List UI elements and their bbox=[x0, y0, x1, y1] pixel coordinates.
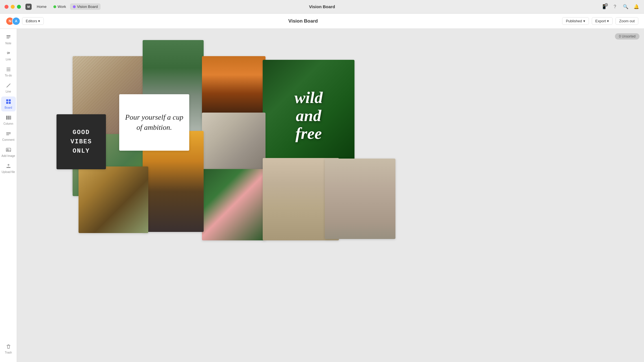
avatar-group: N A bbox=[6, 17, 20, 25]
sidebar-item-trash[interactable]: Trash bbox=[1, 341, 16, 356]
add-image-icon bbox=[6, 147, 11, 153]
board-item-silhouette[interactable] bbox=[202, 56, 266, 118]
svg-rect-3 bbox=[6, 68, 10, 68]
trash-icon bbox=[6, 344, 11, 350]
sidebar-item-comment[interactable]: Comment bbox=[1, 129, 16, 144]
line-label: Line bbox=[6, 90, 11, 93]
svg-rect-14 bbox=[6, 132, 11, 133]
svg-rect-11 bbox=[6, 116, 8, 120]
sidebar-item-upload[interactable]: Upload file bbox=[1, 161, 16, 176]
published-chevron: ▾ bbox=[583, 19, 585, 23]
main-area: Note Link To-do bbox=[0, 29, 644, 362]
svg-rect-8 bbox=[9, 99, 11, 101]
title-bar: M Home Work Vision Board Vision Board 📱0… bbox=[0, 0, 644, 14]
traffic-lights bbox=[5, 5, 21, 9]
tab-work[interactable]: Work bbox=[51, 3, 69, 10]
todo-icon bbox=[6, 67, 11, 73]
svg-rect-10 bbox=[9, 102, 11, 104]
toolbar-title: Vision Board bbox=[44, 18, 562, 24]
svg-rect-16 bbox=[6, 135, 9, 135]
window-title: Vision Board bbox=[309, 4, 335, 9]
sidebar-item-note[interactable]: Note bbox=[1, 32, 16, 47]
svg-rect-13 bbox=[10, 116, 11, 120]
board-item-food[interactable] bbox=[202, 169, 266, 240]
tab-home[interactable]: Home bbox=[34, 3, 49, 10]
toolbar: N A Editors ▾ Vision Board Published ▾ E… bbox=[0, 14, 644, 29]
link-label: Link bbox=[6, 58, 11, 61]
sidebar-item-add-image[interactable]: Add Image bbox=[1, 145, 16, 160]
tab-group: M Home Work Vision Board bbox=[25, 3, 101, 10]
line-icon bbox=[6, 83, 11, 89]
comment-label: Comment bbox=[2, 138, 14, 141]
sidebar-item-board[interactable]: Board bbox=[1, 96, 16, 111]
note-icon bbox=[6, 34, 11, 41]
upload-label: Upload file bbox=[2, 170, 15, 174]
todo-label: To-do bbox=[5, 74, 12, 77]
svg-rect-17 bbox=[6, 148, 11, 152]
zoom-button[interactable]: Zoom out bbox=[615, 17, 638, 25]
published-label: Published bbox=[566, 19, 582, 23]
maximize-button[interactable] bbox=[17, 5, 21, 9]
board-item-beach2[interactable] bbox=[325, 159, 395, 239]
work-tab-dot bbox=[53, 5, 56, 8]
minimize-button[interactable] bbox=[11, 5, 15, 9]
app-icon: M bbox=[25, 4, 32, 10]
board-item-good-vibes[interactable]: GOODVIBESONLY bbox=[56, 114, 106, 169]
svg-rect-15 bbox=[6, 133, 11, 134]
avatar-user2: A bbox=[12, 17, 20, 25]
link-icon bbox=[6, 51, 11, 57]
note-quote: Pour yourself a cup of ambition. bbox=[125, 112, 184, 133]
good-vibes-text: GOODVIBESONLY bbox=[70, 128, 92, 156]
export-button[interactable]: Export ▾ bbox=[592, 17, 613, 25]
search-icon[interactable]: 🔍 bbox=[623, 4, 629, 10]
add-image-label: Add Image bbox=[1, 154, 15, 157]
work-tab-label: Work bbox=[58, 5, 66, 9]
board-item-note[interactable]: Pour yourself a cup of ambition. bbox=[119, 94, 189, 151]
wild-free-text: wildandfree bbox=[295, 89, 323, 142]
toolbar-right: Published ▾ Export ▾ Zoom out bbox=[562, 17, 638, 25]
editors-chevron: ▾ bbox=[38, 19, 40, 23]
trash-label: Trash bbox=[5, 351, 12, 354]
sidebar: Note Link To-do bbox=[0, 29, 17, 362]
note-label: Note bbox=[5, 42, 11, 45]
column-label: Column bbox=[3, 122, 13, 125]
svg-line-6 bbox=[7, 84, 10, 87]
board-item-dog[interactable] bbox=[79, 166, 148, 233]
vision-tab-dot bbox=[73, 5, 76, 8]
toolbar-left: N A Editors ▾ bbox=[6, 17, 44, 25]
editors-label: Editors bbox=[26, 19, 37, 23]
help-icon[interactable]: ? bbox=[612, 4, 618, 10]
sidebar-item-column[interactable]: Column bbox=[1, 113, 16, 128]
tab-vision-board[interactable]: Vision Board bbox=[70, 3, 101, 10]
comment-icon bbox=[6, 131, 11, 137]
unsorted-badge[interactable]: 0 Unsorted bbox=[615, 33, 639, 40]
board-label: Board bbox=[5, 106, 12, 109]
sidebar-item-todo[interactable]: To-do bbox=[1, 64, 16, 79]
vision-tab-label: Vision Board bbox=[77, 5, 98, 9]
column-icon bbox=[6, 115, 11, 121]
zoom-label: Zoom out bbox=[619, 19, 635, 23]
editors-button[interactable]: Editors ▾ bbox=[22, 17, 44, 25]
board-item-ferns[interactable]: wildandfree bbox=[263, 60, 354, 171]
svg-rect-0 bbox=[6, 35, 10, 36]
notification-icon[interactable]: 🔔 bbox=[633, 4, 639, 10]
svg-rect-9 bbox=[6, 102, 8, 104]
svg-rect-2 bbox=[6, 38, 9, 38]
device-badge: 0 bbox=[605, 3, 608, 6]
svg-rect-4 bbox=[6, 69, 10, 70]
sidebar-item-link[interactable]: Link bbox=[1, 48, 16, 63]
sidebar-item-line[interactable]: Line bbox=[1, 80, 16, 95]
svg-rect-12 bbox=[8, 116, 10, 120]
board-icon bbox=[6, 99, 11, 105]
device-icon[interactable]: 📱0 bbox=[601, 4, 607, 10]
canvas: 0 Unsorted bbox=[17, 29, 644, 362]
svg-rect-5 bbox=[6, 71, 10, 71]
close-button[interactable] bbox=[5, 5, 8, 9]
svg-rect-1 bbox=[6, 37, 10, 37]
title-bar-right: 📱0 ? 🔍 🔔 bbox=[601, 4, 639, 10]
export-chevron: ▾ bbox=[607, 19, 609, 23]
home-tab-label: Home bbox=[37, 5, 47, 9]
published-button[interactable]: Published ▾ bbox=[562, 17, 589, 25]
svg-rect-7 bbox=[6, 99, 8, 101]
upload-icon bbox=[6, 163, 11, 170]
